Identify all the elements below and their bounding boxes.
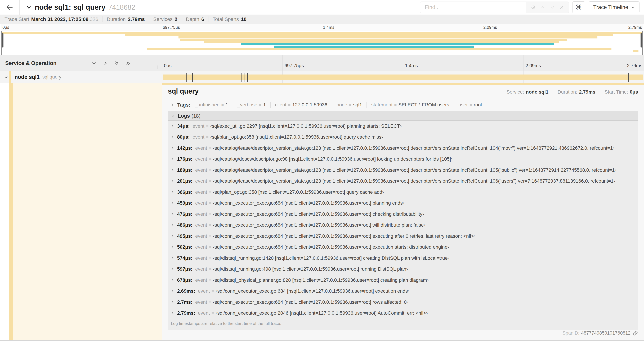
log-field-key: event [198, 310, 210, 316]
span-meta-item: Duration:2.79ms [553, 89, 596, 95]
span-row-name-cell[interactable]: node sql1 sql query [0, 71, 162, 83]
meta-value: 0μs [630, 89, 638, 95]
log-row[interactable]: 189μs:event=‹sql/catalog/lease/descripto… [168, 165, 638, 176]
span-bar-track[interactable] [162, 71, 644, 83]
log-row[interactable]: 142μs:event=‹sql/catalog/lease/descripto… [168, 143, 638, 154]
equals-sign: = [259, 103, 262, 107]
meta-label: Duration: [558, 89, 577, 95]
log-row[interactable]: 459μs:event=‹sql/conn_executor_exec.go:6… [168, 198, 638, 209]
find-input[interactable] [420, 2, 526, 13]
chevron-right-icon [171, 157, 174, 161]
equals-sign: = [212, 311, 214, 315]
log-timestamp: 502μs: [177, 244, 192, 250]
range-start-handle[interactable] [2, 33, 4, 48]
log-field-value: ‹sql/conn_executor_exec.go:684 [nsql1,cl… [213, 299, 408, 305]
meta-value: 2.79ms [579, 89, 595, 95]
log-field-key: event [195, 145, 207, 151]
log-timestamp: 459μs: [177, 200, 192, 206]
span-service-name: node sql1 [14, 74, 40, 80]
deep-link-icon[interactable] [633, 331, 638, 336]
log-timestamp: 2.79ms: [177, 310, 195, 316]
log-timestamp: 486μs: [177, 222, 192, 228]
column-resizer-handle[interactable] [156, 65, 160, 70]
span-collapse-chevron-icon[interactable] [4, 75, 8, 79]
find-prev-icon[interactable] [540, 5, 546, 10]
log-row[interactable]: 486μs:event=‹sql/conn_executor_exec.go:6… [168, 220, 638, 231]
log-event-tick [244, 73, 244, 82]
summary-value: 6 [201, 17, 204, 22]
minimap-canvas[interactable] [2, 31, 642, 56]
log-event-tick [168, 73, 168, 82]
tag-value: SELECT * FROM users [398, 102, 449, 108]
log-row[interactable]: 597μs:event=‹sql/distsql_running.go:498 … [168, 264, 638, 275]
bottom-scrollbar-track[interactable] [0, 340, 644, 341]
log-row[interactable]: 201μs:event=‹sql/catalog/lease/descripto… [168, 176, 638, 187]
log-timestamp: 80μs: [177, 134, 190, 140]
summary-label: Trace Start [4, 17, 29, 22]
tags-accordion[interactable]: Tags: _unfinished=1_verbose=1client=127.… [168, 99, 638, 110]
time-tick-label: 697.75μs [282, 63, 304, 69]
log-field-value: ‹sql/conn_executor_exec.go:684 [nsql1,cl… [213, 244, 449, 250]
find-next-icon[interactable] [550, 5, 555, 10]
equals-sign: = [209, 168, 211, 173]
range-end-handle[interactable] [640, 33, 642, 48]
log-row[interactable]: 2.79ms:event=‹sql/conn_executor_exec.go:… [168, 308, 638, 319]
clear-find-icon[interactable] [559, 5, 564, 10]
log-timestamp: 476μs: [177, 211, 192, 217]
log-field-value: ‹sql/catalog/descs/descriptor.go:98 [nsq… [213, 156, 452, 162]
log-row[interactable]: 502μs:event=‹sql/conn_executor_exec.go:6… [168, 242, 638, 253]
log-field-key: event [195, 156, 207, 162]
tag-item: _verbose=1 [233, 102, 270, 108]
log-row[interactable]: 476μs:event=‹sql/conn_executor_exec.go:6… [168, 209, 638, 220]
log-row[interactable]: 2.7ms:event=‹sql/conn_executor_exec.go:6… [168, 297, 638, 308]
log-row[interactable]: 495μs:event=‹sql/conn_executor_exec.go:6… [168, 231, 638, 242]
tag-item: user=root [454, 102, 487, 108]
content: sql query Service:node sql1Duration:2.79… [0, 83, 644, 340]
collapse-trace-chevron-icon[interactable] [26, 5, 32, 10]
equals-sign: = [206, 124, 208, 129]
log-row[interactable]: 176μs:event=‹sql/catalog/descs/descripto… [168, 154, 638, 165]
expand-one-icon[interactable] [103, 61, 108, 66]
expand-all-icon[interactable] [126, 61, 131, 66]
log-field-key: event [195, 277, 207, 283]
summary-value: 10 [241, 17, 246, 22]
log-timestamp: 142μs: [177, 145, 192, 151]
log-field-key: event [192, 134, 204, 140]
view-selector-button[interactable]: Trace Timeline [588, 2, 640, 13]
log-row[interactable]: 34μs:event=‹sql/exec_util.go:2297 [nsql1… [168, 121, 638, 132]
log-timestamp: 574μs: [177, 255, 192, 261]
locate-icon[interactable] [530, 5, 536, 10]
equals-sign: = [209, 212, 211, 217]
chevron-right-icon [171, 234, 174, 238]
back-button[interactable] [0, 0, 20, 15]
span-id-value: 4877749850101760812 [581, 330, 630, 336]
logs-accordion: Logs (18) 34μs:event=‹sql/exec_util.go:2… [168, 111, 638, 330]
summary-item: Depth6 [186, 17, 208, 22]
log-event-tick [176, 73, 176, 82]
span-duration-bar[interactable] [163, 75, 643, 80]
chevron-right-icon [171, 212, 174, 216]
span-detail-panel: sql query Service:node sql1Duration:2.79… [162, 83, 644, 340]
span-color-stripe [9, 71, 11, 83]
expand-collapse-controls [92, 55, 131, 71]
summary-value: 2 [175, 17, 178, 22]
log-row[interactable]: 574μs:event=‹sql/distsql_running.go:1420… [168, 253, 638, 264]
chevron-right-icon [171, 311, 174, 315]
tag-value: 127.0.0.1:59936 [292, 102, 327, 108]
log-event-tick [248, 73, 249, 82]
collapse-one-icon[interactable] [92, 61, 96, 66]
log-row[interactable]: 2.69ms:event=‹sql/conn_executor_exec.go:… [168, 286, 638, 297]
span-row[interactable]: node sql1 sql query [0, 71, 644, 83]
collapse-all-icon[interactable] [114, 61, 120, 66]
keyboard-shortcuts-button[interactable]: ⌘ [572, 2, 585, 13]
log-row[interactable]: 80μs:event=‹sql/plan_opt.go:358 [nsql1,c… [168, 132, 638, 143]
trace-id: 7418682 [108, 4, 135, 11]
tag-value: 1 [263, 102, 266, 108]
equals-sign: = [209, 234, 211, 239]
log-row[interactable]: 366μs:event=‹sql/plan_opt.go:358 [nsql1,… [168, 187, 638, 198]
chevron-right-icon [171, 124, 174, 128]
logs-header[interactable]: Logs (18) [168, 111, 638, 120]
tag-value: 1 [226, 102, 228, 108]
log-row[interactable]: 678μs:event=‹sql/distsql_physical_planne… [168, 275, 638, 286]
log-field-value: ‹sql/distsql_running.go:1420 [nsql1,clie… [213, 255, 449, 261]
